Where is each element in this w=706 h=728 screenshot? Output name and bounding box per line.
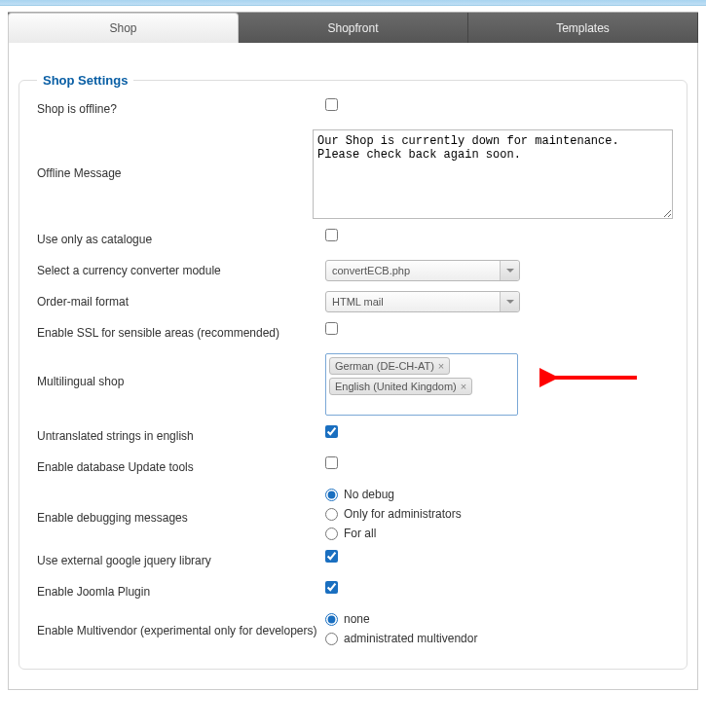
offline-checkbox[interactable]: [325, 98, 338, 111]
joomla-label: Enable Joomla Plugin: [33, 581, 325, 602]
untranslated-checkbox[interactable]: [325, 425, 338, 438]
language-tag[interactable]: English (United Kingdom) ×: [329, 378, 472, 395]
dbupdate-label: Enable database Update tools: [33, 456, 325, 478]
currency-select[interactable]: convertECB.php: [325, 260, 520, 281]
ordermail-select-value: HTML mail: [332, 296, 384, 308]
tab-shopfront[interactable]: Shopfront: [239, 13, 468, 43]
untranslated-label: Untranslated strings in english: [33, 425, 325, 447]
joomla-checkbox[interactable]: [325, 581, 338, 594]
shop-settings-fieldset: Shop Settings Shop is offline? Offline M…: [19, 80, 687, 670]
jquery-checkbox[interactable]: [325, 550, 338, 563]
debug-radio-nodebug[interactable]: [325, 489, 338, 501]
catalogue-label: Use only as catalogue: [33, 229, 325, 250]
catalogue-checkbox[interactable]: [325, 229, 338, 241]
multilingual-label: Multilingual shop: [33, 353, 325, 392]
close-icon[interactable]: ×: [438, 360, 444, 372]
language-tag-label: German (DE-CH-AT): [335, 360, 434, 372]
currency-select-value: convertECB.php: [332, 265, 410, 276]
jquery-label: Use external google jquery library: [33, 550, 325, 571]
radio-label: none: [344, 612, 370, 626]
multivendor-label: Enable Multivendor (experimental only fo…: [33, 612, 325, 641]
radio-label: No debug: [344, 488, 394, 501]
debug-radio-admins[interactable]: [325, 508, 338, 521]
debug-radio-all[interactable]: [325, 528, 338, 540]
debug-label: Enable debugging messages: [33, 488, 325, 528]
dbupdate-checkbox[interactable]: [325, 456, 338, 469]
multivendor-radio-admin[interactable]: [325, 633, 338, 645]
language-tag[interactable]: German (DE-CH-AT) ×: [329, 357, 450, 375]
offline-label: Shop is offline?: [33, 98, 325, 120]
ordermail-label: Order-mail format: [33, 291, 325, 312]
language-tag-label: English (United Kingdom): [335, 381, 457, 392]
close-icon[interactable]: ×: [461, 381, 466, 392]
tab-bar: Shop Shopfront Templates: [8, 12, 698, 43]
offline-message-label: Offline Message: [33, 129, 313, 184]
radio-label: For all: [344, 527, 376, 540]
tab-templates[interactable]: Templates: [468, 13, 698, 43]
chevron-down-icon: [500, 292, 519, 311]
multilingual-tagbox[interactable]: German (DE-CH-AT) × English (United King…: [325, 353, 518, 416]
radio-label: Only for administrators: [344, 507, 462, 521]
ssl-checkbox[interactable]: [325, 322, 338, 335]
offline-message-textarea[interactable]: [313, 129, 673, 219]
ssl-label: Enable SSL for sensible areas (recommend…: [33, 322, 325, 344]
radio-label: administrated multivendor: [344, 632, 477, 645]
currency-label: Select a currency converter module: [33, 260, 325, 281]
multivendor-radio-none[interactable]: [325, 613, 338, 626]
tab-shop[interactable]: Shop: [8, 13, 239, 43]
fieldset-legend: Shop Settings: [37, 73, 133, 88]
arrow-annotation: [539, 363, 647, 392]
chevron-down-icon: [500, 261, 519, 280]
ordermail-select[interactable]: HTML mail: [325, 291, 520, 312]
